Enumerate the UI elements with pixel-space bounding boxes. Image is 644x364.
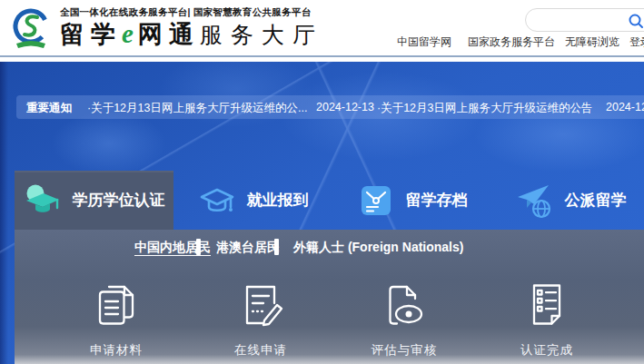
site-title-block: 全国一体化在线政务服务平台| 国家智慧教育公共服务平台 留学e网通服务大厅 [60, 6, 323, 49]
search-input[interactable] [525, 8, 644, 32]
nav-link-login[interactable]: 登录 [629, 34, 644, 50]
step-label: 认证完成 [488, 342, 606, 359]
tab-label: 公派留学 [565, 190, 627, 211]
page-title: 留学e网通服务大厅 [60, 20, 323, 49]
tab-government-sponsored-study[interactable]: 公派留学 [491, 171, 644, 230]
documents-icon [91, 280, 142, 330]
nav-link-accessibility[interactable]: 无障碍浏览 [565, 34, 619, 50]
notice-label: 重要通知 [26, 101, 72, 116]
notice-date: 2024-12-0 [606, 101, 644, 113]
step-certification-complete[interactable]: 认证完成 [488, 280, 606, 359]
step-application-materials[interactable]: 申请材料 [57, 280, 175, 359]
search-icon[interactable] [628, 13, 644, 29]
tab-label: 就业报到 [247, 190, 309, 211]
checklist-icon [521, 280, 572, 330]
cscse-logo-icon [7, 5, 54, 53]
hero-banner: 重要通知 ·关于12月13日网上服务大厅升级运维的公... 2024-12-13… [0, 62, 644, 364]
certification-panel: 中国内地居民 港澳台居民 外籍人士 (Foreign Nationals) 申请… [15, 230, 644, 364]
notice-item[interactable]: ·关于12月13日网上服务大厅升级运维的公... [87, 101, 307, 116]
tab-study-abroad-archive[interactable]: 留学存档 [332, 171, 491, 230]
service-tabbar: 学历学位认证 就业报到 留学 [15, 171, 644, 230]
subtab-divider [274, 239, 279, 255]
subtab-foreign-nationals[interactable]: 外籍人士 (Foreign Nationals) [293, 240, 463, 256]
plane-globe-icon [516, 182, 554, 219]
tab-label: 留学存档 [406, 190, 468, 211]
notice-date: 2024-12-13 [316, 101, 374, 113]
nav-link-national-gov-platform[interactable]: 国家政务服务平台 [468, 34, 555, 50]
tab-label: 学历学位认证 [73, 190, 165, 211]
step-evaluation-review[interactable]: 评估与审核 [345, 280, 463, 359]
nav-link-china-study-abroad[interactable]: 中国留学网 [397, 34, 451, 50]
platform-line: 全国一体化在线政务服务平台| 国家智慧教育公共服务平台 [60, 6, 323, 19]
site-header: 全国一体化在线政务服务平台| 国家智慧教育公共服务平台 留学e网通服务大厅 中国… [0, 0, 644, 57]
graduation-cap-outline-icon [198, 182, 236, 219]
subtab-divider [196, 239, 201, 255]
notice-ticker: 重要通知 ·关于12月13日网上服务大厅升级运维的公... 2024-12-13… [16, 95, 644, 119]
document-eye-icon [379, 280, 430, 330]
form-edit-icon [235, 280, 286, 330]
graduation-cap-filled-icon [24, 182, 62, 219]
tab-employment-registration[interactable]: 就业报到 [173, 171, 332, 230]
tab-degree-certification[interactable]: 学历学位认证 [15, 171, 173, 230]
subtab-hk-macao-taiwan-residents[interactable]: 港澳台居民 [216, 240, 280, 256]
step-label: 在线申请 [202, 342, 320, 359]
archive-document-icon [357, 182, 395, 219]
step-label: 评估与审核 [345, 342, 463, 359]
step-label: 申请材料 [57, 342, 175, 359]
notice-item[interactable]: ·关于12月3日网上服务大厅升级运维的公告 [377, 101, 593, 116]
resident-subtabs: 中国内地居民 港澳台居民 外籍人士 (Foreign Nationals) [15, 230, 644, 268]
step-online-application[interactable]: 在线申请 [202, 280, 320, 359]
